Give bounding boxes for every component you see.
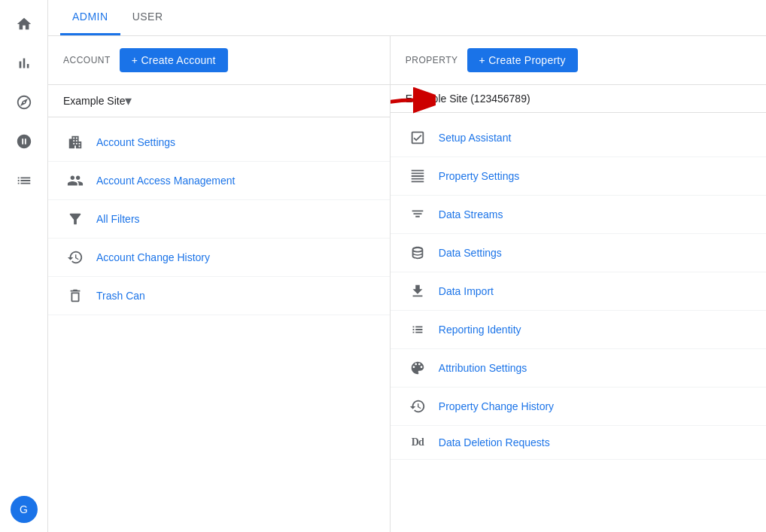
property-dropdown-row: Example Site (123456789): [391, 85, 766, 113]
create-account-button[interactable]: + Create Account: [120, 48, 228, 72]
user-avatar[interactable]: G: [11, 496, 38, 523]
reporting-identity-label: Reporting Identity: [439, 324, 521, 336]
property-panel-header: Property + Create Property: [391, 36, 766, 85]
advertising-nav-item[interactable]: [6, 123, 42, 160]
advertising-icon: [16, 133, 32, 150]
reporting-icon: [409, 321, 427, 338]
data-deletion-requests-label: Data Deletion Requests: [439, 436, 550, 448]
checkbox-icon: [409, 129, 427, 146]
data-import-label: Data Import: [439, 285, 494, 297]
account-dropdown-row: Example Site ▾: [48, 85, 390, 117]
account-settings-item[interactable]: Account Settings: [48, 123, 390, 162]
property-settings-item[interactable]: Property Settings: [391, 157, 766, 196]
dd-icon: Dd: [409, 436, 427, 448]
property-panel: Property + Create Property Example Site …: [391, 36, 766, 532]
account-panel-header: Account + Create Account: [48, 36, 390, 85]
data-settings-label: Data Settings: [439, 247, 502, 259]
data-settings-item[interactable]: Data Settings: [391, 234, 766, 272]
main-content: ADMIN USER Account + Create Account Exam…: [48, 0, 766, 532]
import-icon: [409, 283, 427, 299]
sidebar-bottom: G: [11, 496, 38, 523]
account-access-management-item[interactable]: Account Access Management: [48, 162, 390, 200]
setup-assistant-label: Setup Assistant: [439, 132, 512, 144]
attribution-icon: [409, 360, 427, 376]
account-menu-list: Account Settings Account Access Manageme…: [48, 117, 390, 532]
trash-can-item[interactable]: Trash Can: [48, 277, 390, 315]
property-menu-list: Setup Assistant Property Settings: [391, 113, 766, 532]
home-nav-item[interactable]: [6, 6, 42, 42]
property-change-history-item[interactable]: Property Change History: [391, 388, 766, 426]
explore-icon: [16, 94, 32, 111]
all-filters-label: All Filters: [96, 213, 140, 225]
account-settings-label: Account Settings: [96, 136, 175, 148]
data-streams-label: Data Streams: [439, 208, 503, 220]
setup-assistant-item[interactable]: Setup Assistant: [391, 119, 766, 157]
account-access-label: Account Access Management: [96, 175, 235, 187]
database-icon: [409, 245, 427, 261]
explore-nav-item[interactable]: [6, 84, 42, 120]
data-import-item[interactable]: Data Import: [391, 272, 766, 311]
top-tabs: ADMIN USER: [48, 0, 766, 36]
account-change-history-label: Account Change History: [96, 251, 210, 263]
reports-nav-item[interactable]: [6, 45, 42, 81]
account-dropdown-value: Example Site: [63, 95, 125, 107]
property-change-history-label: Property Change History: [439, 400, 554, 412]
property-dropdown-value: Example Site (123456789): [406, 93, 530, 105]
home-icon: [16, 16, 32, 32]
people-icon: [66, 172, 84, 189]
content-area: Account + Create Account Example Site ▾ …: [48, 36, 766, 532]
configure-nav-item[interactable]: [6, 163, 42, 199]
attribution-settings-label: Attribution Settings: [439, 362, 527, 374]
configure-icon: [16, 172, 32, 189]
create-property-button[interactable]: + Create Property: [467, 48, 578, 72]
layout-icon: [409, 168, 427, 184]
trash-icon: [66, 287, 84, 304]
building-icon: [66, 134, 84, 150]
data-deletion-requests-item[interactable]: Dd Data Deletion Requests: [391, 426, 766, 460]
reporting-identity-item[interactable]: Reporting Identity: [391, 311, 766, 349]
sidebar: G: [0, 0, 48, 532]
account-label: Account: [63, 55, 111, 65]
history-icon: [66, 249, 84, 266]
streams-icon: [409, 206, 427, 223]
tab-admin[interactable]: ADMIN: [60, 0, 120, 35]
account-panel: Account + Create Account Example Site ▾ …: [48, 36, 391, 532]
property-settings-label: Property Settings: [439, 170, 519, 182]
property-label: Property: [406, 55, 458, 65]
attribution-settings-item[interactable]: Attribution Settings: [391, 349, 766, 388]
tab-user[interactable]: USER: [120, 0, 175, 35]
account-change-history-item[interactable]: Account Change History: [48, 239, 390, 277]
account-dropdown-arrow-icon[interactable]: ▾: [125, 93, 132, 109]
data-streams-item[interactable]: Data Streams: [391, 196, 766, 234]
all-filters-item[interactable]: All Filters: [48, 200, 390, 239]
bar-chart-icon: [16, 55, 32, 71]
prop-history-icon: [409, 398, 427, 415]
filter-icon: [66, 211, 84, 227]
trash-can-label: Trash Can: [96, 290, 145, 302]
